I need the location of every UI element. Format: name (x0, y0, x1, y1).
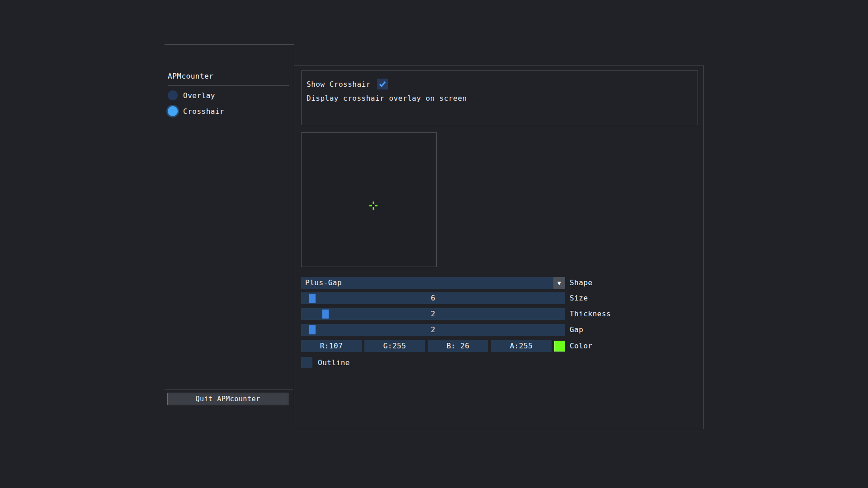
sidebar-vertical-divider (294, 44, 294, 429)
radio-selected-icon[interactable] (168, 106, 178, 116)
color-green-button[interactable]: G:255 (364, 340, 425, 352)
shape-dropdown-value: Plus-Gap (301, 277, 342, 289)
main-panel-bottom-border (294, 429, 704, 429)
size-slider[interactable]: 6 (301, 292, 565, 304)
gap-slider[interactable]: 2 (301, 324, 565, 336)
check-icon (378, 80, 387, 88)
gap-label: Gap (570, 324, 583, 336)
show-crosshair-group: Show Crosshair Display crosshair overlay… (301, 70, 698, 125)
size-label: Size (570, 292, 588, 304)
color-channel-row: R:107 G:255 B: 26 A:255 (301, 340, 565, 352)
main-panel-top-border (294, 66, 703, 66)
sidebar-title: APMcounter (168, 72, 213, 80)
thickness-slider[interactable]: 2 (301, 308, 565, 320)
crosshair-preview-box (301, 132, 437, 267)
app-window: APMcounter Overlay Crosshair Quit APMcou… (0, 0, 868, 488)
sidebar-item-crosshair[interactable]: Crosshair (168, 106, 224, 117)
thickness-label: Thickness (570, 308, 611, 320)
quit-button[interactable]: Quit APMcounter (167, 393, 288, 405)
quit-divider (165, 389, 293, 389)
size-slider-value: 6 (301, 292, 565, 304)
show-crosshair-label: Show Crosshair (307, 80, 371, 89)
thickness-slider-value: 2 (301, 308, 565, 320)
crosshair-icon (369, 202, 377, 210)
sidebar-top-divider (165, 44, 294, 45)
color-red-button[interactable]: R:107 (301, 340, 362, 352)
outline-label: Outline (318, 358, 350, 367)
sidebar-item-overlay[interactable]: Overlay (168, 90, 215, 101)
color-blue-button[interactable]: B: 26 (428, 340, 488, 352)
radio-unselected-icon[interactable] (168, 90, 178, 100)
gap-slider-value: 2 (301, 324, 565, 336)
sidebar-item-label: Crosshair (183, 107, 224, 116)
sidebar-item-label: Overlay (183, 91, 215, 100)
shape-label: Shape (570, 277, 593, 289)
color-swatch[interactable] (554, 341, 565, 352)
show-crosshair-description: Display crosshair overlay on screen (307, 94, 467, 103)
main-panel-right-border (703, 66, 704, 429)
quit-button-label: Quit APMcounter (196, 395, 260, 403)
show-crosshair-checkbox[interactable] (377, 79, 388, 89)
shape-dropdown[interactable]: Plus-Gap ▼ (301, 277, 565, 289)
sidebar-title-divider (168, 85, 289, 86)
color-alpha-button[interactable]: A:255 (491, 340, 552, 352)
outline-checkbox[interactable] (301, 357, 312, 368)
color-label: Color (570, 340, 593, 352)
chevron-down-icon[interactable]: ▼ (553, 277, 565, 289)
outline-row: Outline (301, 357, 350, 368)
